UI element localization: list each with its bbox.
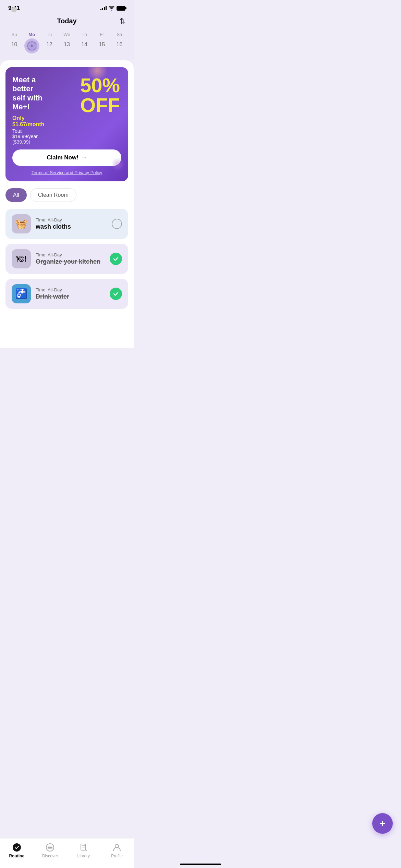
checkmark-icon-2 [112,290,119,297]
calendar-day-su[interactable]: Su 10 [7,32,22,53]
calendar-day-th[interactable]: Th 14 [77,32,92,53]
task-info-wash-cloths: Time: All-Day wash cloths [36,217,107,230]
calendar-days: Su 10 Mo Tu 12 We [5,32,128,53]
header: Today [0,14,134,29]
task-checkbox[interactable] [112,219,122,229]
calendar-day-we[interactable]: We 13 [59,32,74,53]
status-icons [100,6,125,11]
main-content: Meet a better self with Me+! Only $1.67/… [0,60,134,348]
task-icon-water: 🚰 [12,284,31,303]
task-icon-plate: 🍽 [12,249,31,268]
signal-icon [100,6,107,10]
task-card-wash-cloths: 🧺 Time: All-Day wash cloths [5,209,128,239]
filter-clean-room[interactable]: Clean Room [30,188,76,202]
task-time: Time: All-Day [36,287,105,292]
promo-price-total: Total $19.99/year ($39.99) [12,128,44,145]
task-name: Organize your kitchen [36,258,105,265]
svg-point-2 [31,45,33,47]
task-icon-basket: 🧺 [12,214,31,233]
promo-text: Meet a better self with Me+! Only $1.67/… [12,75,44,145]
checkmark-icon [112,255,119,262]
compass-icon [26,40,38,52]
filter-row: All Clean Room [5,188,128,202]
task-time: Time: All-Day [36,217,107,222]
task-info-drink-water: Time: All-Day Drink water [36,287,105,300]
task-name: wash cloths [36,223,107,230]
calendar-day-fr[interactable]: Fr 15 [94,32,109,53]
calendar-day-sa[interactable]: Sa 16 [112,32,127,53]
wifi-icon [109,6,114,11]
task-time: Time: All-Day [36,252,105,257]
page-title: Today [57,17,76,25]
camera-dot [11,7,17,12]
promo-headline: Meet a better self with Me+! [12,75,44,112]
promo-banner: Meet a better self with Me+! Only $1.67/… [5,67,128,181]
calendar-day-tu[interactable]: Tu 12 [42,32,57,53]
calendar-day-mo[interactable]: Mo [24,32,39,53]
task-done-checkmark-2[interactable] [110,288,122,300]
battery-icon [117,6,125,11]
task-card-organize-kitchen: 🍽 Time: All-Day Organize your kitchen [5,244,128,274]
task-card-drink-water: 🚰 Time: All-Day Drink water [5,279,128,309]
promo-price-highlight: Only $1.67/month [12,115,44,128]
sort-button[interactable] [118,17,125,27]
task-done-checkmark[interactable] [110,253,122,265]
filter-all[interactable]: All [5,188,27,202]
calendar: Su 10 Mo Tu 12 We [0,29,134,60]
status-bar: 9:41 [0,0,134,14]
promo-top: Meet a better self with Me+! Only $1.67/… [12,75,121,145]
claim-now-button[interactable]: Claim Now! → [12,149,121,166]
promo-discount: 50% OFF [44,75,120,115]
task-info-organize-kitchen: Time: All-Day Organize your kitchen [36,252,105,265]
task-name: Drink water [36,293,105,300]
terms-link[interactable]: Terms of Service and Privacy Policy [12,170,121,175]
